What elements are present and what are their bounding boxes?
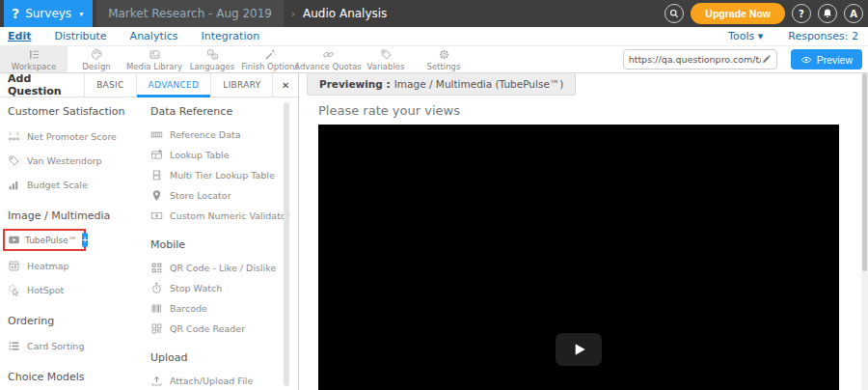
section-title: Image / Multimedia: [8, 209, 141, 222]
tab-advanced[interactable]: ADVANCED: [136, 73, 211, 97]
toolbar-item-label: Media Library: [126, 62, 182, 71]
preview-button[interactable]: Preview: [791, 49, 862, 70]
toolbar-item-finish-options[interactable]: Finish Options: [241, 46, 299, 72]
survey-url-input[interactable]: [629, 54, 761, 65]
toolbar-right: Preview: [623, 46, 868, 72]
gear-icon: [438, 48, 450, 61]
preview-panel: Previewing : Image / Multimedia (TubePul…: [299, 73, 868, 390]
section-title: Upload: [150, 351, 295, 364]
chain-icon: [322, 48, 335, 61]
question-type-item[interactable]: 15Net Promoter Score: [8, 125, 141, 149]
add-question-header: Add Question BASICADVANCEDLIBRARY ✕: [0, 73, 298, 98]
notifications-bell-icon[interactable]: [818, 4, 837, 23]
surveys-menu-button[interactable]: ? Surveys ▾: [4, 0, 93, 27]
breadcrumb-current: Audio Analysis: [303, 7, 387, 20]
nav-link-distribute[interactable]: Distribute: [54, 30, 106, 42]
upload-icon: [150, 375, 163, 387]
toolbar-item-workspace[interactable]: Workspace: [0, 46, 68, 72]
question-type-item[interactable]: Van Westendorp: [8, 149, 141, 173]
add-question-title: Add Question: [0, 72, 84, 98]
heatmap-icon: [8, 260, 20, 272]
survey-url-field[interactable]: [623, 49, 777, 70]
toolbar-item-settings[interactable]: Settings: [415, 46, 473, 72]
section-customer-satisfaction: Customer Satisfaction15Net Promoter Scor…: [8, 105, 141, 197]
nav-link-analytics[interactable]: Analytics: [130, 30, 178, 42]
section-mobile: MobileQR Code - Like / DislikeStop Watch…: [150, 238, 295, 339]
video-player[interactable]: [318, 125, 839, 390]
section-title: Choice Models: [8, 371, 141, 383]
question-type-item[interactable]: Store Locator: [150, 185, 295, 206]
toolbar-item-variables[interactable]: Variables: [357, 46, 415, 72]
qr-reader-icon: [150, 322, 163, 335]
question-type-item[interactable]: Lookup Table: [150, 145, 295, 165]
question-type-item[interactable]: HotSpot: [8, 278, 141, 302]
preview-button-label: Preview: [817, 54, 853, 66]
close-panel-icon[interactable]: ✕: [272, 73, 298, 97]
question-type-item[interactable]: Barcode: [150, 298, 295, 319]
avatar[interactable]: A: [844, 4, 863, 23]
nav-right: Tools ▾ Responses: 2: [728, 30, 858, 42]
tag-icon: [380, 48, 393, 61]
question-column-2: Data ReferenceReference DataLookup Table…: [150, 105, 295, 390]
media-library-icon: [149, 48, 161, 61]
top-bar-actions: Upgrade Now ? A: [665, 3, 868, 24]
left-panel-scrollbar[interactable]: [284, 102, 289, 386]
question-type-item[interactable]: Stop Watch: [150, 278, 295, 298]
question-type-label: Multi Tier Lookup Table: [170, 170, 275, 181]
question-type-label: Heatmap: [27, 261, 69, 271]
stopwatch-icon: [150, 282, 163, 294]
questionpro-logo-icon: ?: [12, 7, 19, 20]
workspace-icon: [28, 48, 41, 61]
questionpro-app: ? Surveys ▾ Market Research - Aug 2019 ›…: [0, 0, 868, 390]
svg-text:A: A: [213, 54, 216, 58]
nav-link-integration[interactable]: Integration: [202, 30, 260, 42]
nav-link-edit[interactable]: Edit: [8, 30, 31, 42]
previewing-chip: Previewing : Image / Multimedia (TubePul…: [307, 73, 576, 96]
question-type-item[interactable]: QR Code - Like / Dislike: [150, 258, 295, 278]
section-title: Ordering: [8, 315, 141, 327]
question-type-label: Van Westendorp: [27, 155, 102, 166]
toolbar-item-languages[interactable]: xALanguages: [183, 46, 241, 72]
question-type-item[interactable]: Custom Numeric Validator: [150, 206, 295, 226]
question-type-item[interactable]: Card Sorting: [8, 334, 141, 358]
tab-library[interactable]: LIBRARY: [210, 73, 272, 97]
question-type-tubepulse-highlighted[interactable]: TubePulse™+: [3, 229, 86, 251]
toolbar-item-label: Design: [82, 62, 110, 71]
question-type-item[interactable]: Multi Tier Lookup Table: [150, 165, 295, 185]
design-icon: [91, 48, 103, 61]
play-button[interactable]: [556, 333, 602, 366]
question-type-item[interactable]: QR Code Reader: [150, 319, 295, 339]
tag-icon: [8, 154, 20, 167]
section-data-reference: Data ReferenceReference DataLookup Table…: [150, 105, 295, 226]
preview-scrollbar[interactable]: [861, 73, 868, 390]
help-button[interactable]: ?: [792, 4, 811, 23]
question-type-item[interactable]: Attach/Upload File: [150, 371, 295, 390]
tools-menu[interactable]: Tools ▾: [728, 30, 763, 42]
languages-icon: xA: [206, 48, 219, 61]
responses-count[interactable]: Responses: 2: [788, 30, 858, 42]
section-upload: UploadAttach/Upload FileSignature: [150, 351, 295, 390]
question-type-item[interactable]: Budget Scale: [8, 173, 141, 197]
toolbar-item-media-library[interactable]: Media Library: [125, 46, 183, 72]
question-type-item[interactable]: Heatmap: [8, 254, 141, 278]
search-icon[interactable]: [665, 4, 684, 23]
question-type-list: Customer Satisfaction15Net Promoter Scor…: [0, 98, 298, 390]
section-title: Mobile: [150, 238, 295, 251]
preview-scrollbar-thumb[interactable]: [862, 73, 867, 271]
breadcrumb-parent[interactable]: Market Research - Aug 2019: [96, 0, 284, 27]
upgrade-now-button[interactable]: Upgrade Now: [691, 3, 785, 24]
add-question-plus-button[interactable]: +: [82, 233, 88, 247]
question-type-item[interactable]: Reference Data: [150, 125, 295, 145]
toolbar-item-design[interactable]: Design: [68, 46, 125, 72]
tab-basic[interactable]: BASIC: [84, 73, 135, 97]
question-tabs: BASICADVANCEDLIBRARY: [84, 73, 272, 97]
toolbar-item-label: Languages: [190, 62, 234, 71]
toolbar-item-label: Variables: [367, 62, 405, 71]
edit-url-pencil-icon[interactable]: [761, 54, 772, 65]
toolbar-item-advance-quotas[interactable]: Advance Quotas: [299, 46, 357, 72]
question-column-1: Customer Satisfaction15Net Promoter Scor…: [8, 105, 141, 390]
multi-tier-icon: [150, 169, 163, 181]
section-choice-models: Choice ModelsConjointMax-Diff: [8, 371, 141, 390]
section-title: Customer Satisfaction: [8, 105, 141, 118]
toolbar-item-label: Advance Quotas: [294, 62, 362, 71]
